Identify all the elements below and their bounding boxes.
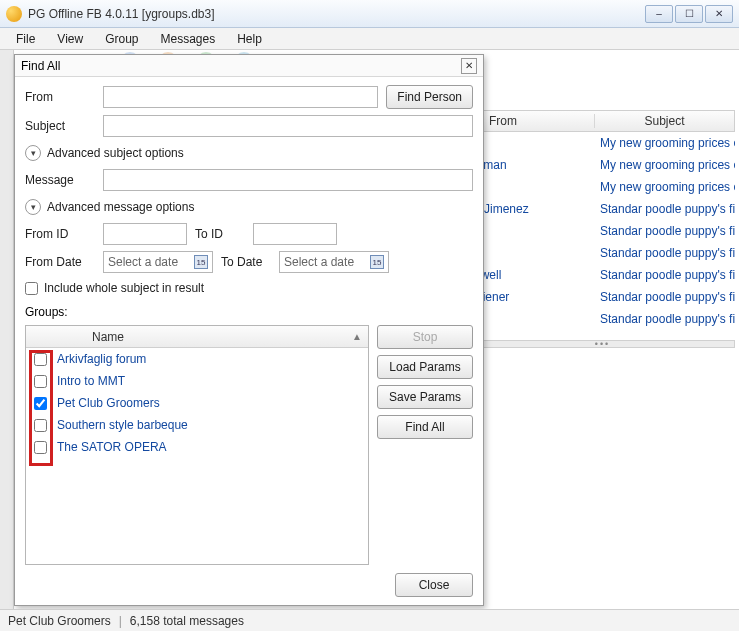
group-row[interactable]: Arkivfaglig forum bbox=[26, 348, 368, 370]
message-subject: Standar poodle puppy's fi bbox=[594, 268, 735, 282]
message-from: n bbox=[470, 224, 594, 238]
chevron-down-icon: ▾ bbox=[25, 145, 41, 161]
load-params-button[interactable]: Load Params bbox=[377, 355, 473, 379]
groups-list-header[interactable]: Name ▲ bbox=[26, 326, 368, 348]
chevron-down-icon: ▾ bbox=[25, 199, 41, 215]
left-panel-strip bbox=[0, 50, 14, 609]
message-subject: My new grooming prices e bbox=[594, 136, 735, 150]
from-date-input[interactable]: Select a date 15 bbox=[103, 251, 213, 273]
group-row[interactable]: Intro to MMT bbox=[26, 370, 368, 392]
maximize-button[interactable]: ☐ bbox=[675, 5, 703, 23]
window-controls: – ☐ ✕ bbox=[645, 5, 733, 23]
groups-label: Groups: bbox=[25, 305, 473, 319]
find-all-dialog: Find All ✕ From Find Person Subject ▾ Ad… bbox=[14, 54, 484, 606]
dialog-header: Find All ✕ bbox=[15, 55, 483, 77]
group-name: Arkivfaglig forum bbox=[57, 352, 146, 366]
stop-button: Stop bbox=[377, 325, 473, 349]
from-id-label: From ID bbox=[25, 227, 95, 241]
dialog-close-icon[interactable]: ✕ bbox=[461, 58, 477, 74]
groups-list: Name ▲ Arkivfaglig forumIntro to MMTPet … bbox=[25, 325, 369, 565]
menu-file[interactable]: File bbox=[6, 30, 45, 48]
message-row[interactable]: DienerStandar poodle puppy's fi bbox=[470, 286, 735, 308]
message-list: From Subject My new grooming prices eipm… bbox=[470, 110, 735, 330]
group-name: The SATOR OPERA bbox=[57, 440, 167, 454]
status-count: 6,158 total messages bbox=[130, 614, 244, 628]
column-subject[interactable]: Subject bbox=[595, 114, 734, 128]
save-params-button[interactable]: Save Params bbox=[377, 385, 473, 409]
status-group: Pet Club Groomers bbox=[8, 614, 111, 628]
message-row[interactable]: My new grooming prices e bbox=[470, 176, 735, 198]
message-row[interactable]: nStandar poodle puppy's fi bbox=[470, 220, 735, 242]
to-id-label: To ID bbox=[195, 227, 245, 241]
message-subject: My new grooming prices e bbox=[594, 158, 735, 172]
group-checkbox[interactable] bbox=[34, 375, 47, 388]
message-input[interactable] bbox=[103, 169, 473, 191]
titlebar: PG Offline FB 4.0.11 [ygroups.db3] – ☐ ✕ bbox=[0, 0, 739, 28]
message-from: n Jimenez bbox=[470, 202, 594, 216]
menu-view[interactable]: View bbox=[47, 30, 93, 48]
to-date-input[interactable]: Select a date 15 bbox=[279, 251, 389, 273]
message-row[interactable]: Standar poodle puppy's fi bbox=[470, 242, 735, 264]
close-window-button[interactable]: ✕ bbox=[705, 5, 733, 23]
message-row[interactable]: My new grooming prices e bbox=[470, 132, 735, 154]
message-from: ipman bbox=[470, 158, 594, 172]
menu-group[interactable]: Group bbox=[95, 30, 148, 48]
calendar-icon: 15 bbox=[370, 255, 384, 269]
message-from: Diener bbox=[470, 290, 594, 304]
main-area: From Subject My new grooming prices eipm… bbox=[0, 50, 739, 609]
message-label: Message bbox=[25, 173, 95, 187]
from-date-placeholder: Select a date bbox=[108, 255, 178, 269]
to-id-input[interactable] bbox=[253, 223, 337, 245]
message-subject: My new grooming prices e bbox=[594, 180, 735, 194]
group-checkbox[interactable] bbox=[34, 441, 47, 454]
to-date-placeholder: Select a date bbox=[284, 255, 354, 269]
message-subject: Standar poodle puppy's fi bbox=[594, 290, 735, 304]
group-row[interactable]: Pet Club Groomers bbox=[26, 392, 368, 414]
message-row[interactable]: n JimenezStandar poodle puppy's fi bbox=[470, 198, 735, 220]
advanced-message-label: Advanced message options bbox=[47, 200, 194, 214]
calendar-icon: 15 bbox=[194, 255, 208, 269]
splitter-handle[interactable]: ••• bbox=[470, 340, 735, 348]
group-name: Intro to MMT bbox=[57, 374, 125, 388]
group-name: Pet Club Groomers bbox=[57, 396, 160, 410]
subject-input[interactable] bbox=[103, 115, 473, 137]
advanced-subject-toggle[interactable]: ▾ Advanced subject options bbox=[25, 143, 473, 163]
window-title: PG Offline FB 4.0.11 [ygroups.db3] bbox=[28, 7, 215, 21]
menu-help[interactable]: Help bbox=[227, 30, 272, 48]
statusbar: Pet Club Groomers | 6,158 total messages bbox=[0, 609, 739, 631]
dialog-title: Find All bbox=[21, 59, 60, 73]
message-row[interactable]: nwellStandar poodle puppy's fi bbox=[470, 264, 735, 286]
message-row[interactable]: ipmanMy new grooming prices e bbox=[470, 154, 735, 176]
find-person-button[interactable]: Find Person bbox=[386, 85, 473, 109]
close-button[interactable]: Close bbox=[395, 573, 473, 597]
message-subject: Standar poodle puppy's fi bbox=[594, 312, 735, 326]
status-separator: | bbox=[119, 614, 122, 628]
message-list-header: From Subject bbox=[470, 110, 735, 132]
message-subject: Standar poodle puppy's fi bbox=[594, 224, 735, 238]
group-row[interactable]: Southern style barbeque bbox=[26, 414, 368, 436]
from-input[interactable] bbox=[103, 86, 378, 108]
menu-messages[interactable]: Messages bbox=[151, 30, 226, 48]
include-subject-checkbox[interactable] bbox=[25, 282, 38, 295]
sort-asc-icon: ▲ bbox=[352, 331, 362, 342]
include-subject-label: Include whole subject in result bbox=[44, 281, 204, 295]
message-from: nwell bbox=[470, 268, 594, 282]
from-date-label: From Date bbox=[25, 255, 95, 269]
from-id-input[interactable] bbox=[103, 223, 187, 245]
menubar: File View Group Messages Help bbox=[0, 28, 739, 50]
group-checkbox[interactable] bbox=[34, 397, 47, 410]
find-all-button[interactable]: Find All bbox=[377, 415, 473, 439]
advanced-message-toggle[interactable]: ▾ Advanced message options bbox=[25, 197, 473, 217]
group-row[interactable]: The SATOR OPERA bbox=[26, 436, 368, 458]
group-checkbox[interactable] bbox=[34, 419, 47, 432]
from-label: From bbox=[25, 90, 95, 104]
subject-label: Subject bbox=[25, 119, 95, 133]
to-date-label: To Date bbox=[221, 255, 271, 269]
advanced-subject-label: Advanced subject options bbox=[47, 146, 184, 160]
column-from[interactable]: From bbox=[471, 114, 595, 128]
group-checkbox[interactable] bbox=[34, 353, 47, 366]
group-name: Southern style barbeque bbox=[57, 418, 188, 432]
message-subject: Standar poodle puppy's fi bbox=[594, 246, 735, 260]
minimize-button[interactable]: – bbox=[645, 5, 673, 23]
message-row[interactable]: Standar poodle puppy's fi bbox=[470, 308, 735, 330]
